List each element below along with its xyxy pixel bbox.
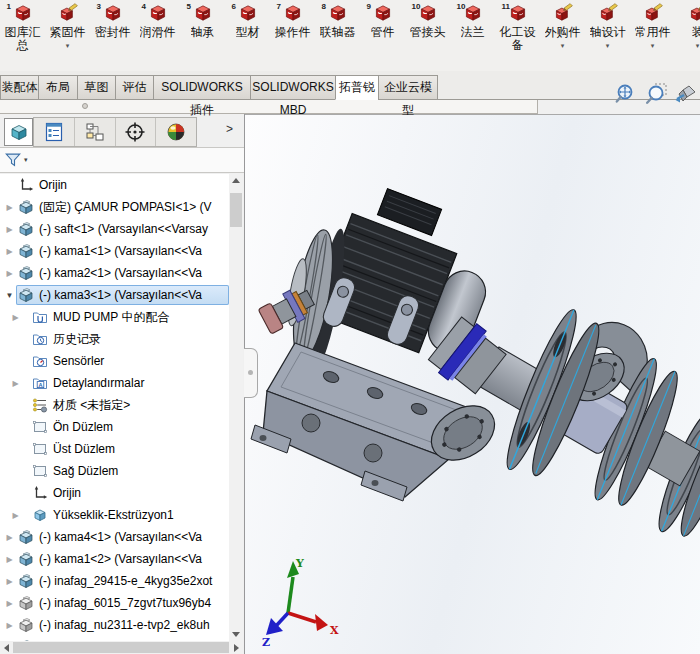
tree-row-kama1-1[interactable]: ▶ (-) kama1<1> (Varsayılan<<Va [0,240,229,262]
display-manager-tab[interactable] [156,118,196,146]
tree-horizontal-scrollbar[interactable] [0,641,243,654]
configuration-manager-icon [84,121,106,143]
sensors-folder-icon [32,353,48,369]
tree-row-camur-pompasi[interactable]: ▶ (固定) ÇAMUR POMPASI<1> (V [0,196,229,218]
expand-arrow-icon[interactable]: ▶ [9,511,22,520]
expand-arrow-icon[interactable]: ▶ [3,555,16,564]
tree-row-material[interactable]: 材质 <未指定> [0,394,229,416]
tab-layout[interactable]: 布局 [38,75,77,100]
expand-arrow-icon[interactable]: ▶ [9,313,22,322]
tree-row-top-plane[interactable]: Üst Düzlem [0,438,229,460]
tree-row-kama2[interactable]: ▶ (-) kama2<1> (Varsayılan<<Va [0,262,229,284]
tree-row-label: Sağ Düzlem [52,464,118,478]
graphics-viewport[interactable]: Y X Z [245,114,700,654]
dropdown-arrow-icon[interactable]: ▾ [66,41,70,50]
configuration-manager-tab[interactable] [75,118,116,146]
tree-row-kama1-2[interactable]: ▶ (-) kama1<2> (Varsayılan<<Va [0,548,229,570]
part-icon [18,243,34,259]
expand-arrow-icon[interactable]: ▶ [3,269,16,278]
expand-arrow-icon[interactable]: ▶ [3,577,16,586]
previous-view-icon[interactable] [674,82,698,106]
tab-solidworks-addins[interactable]: SOLIDWORKS 插件 [153,75,250,100]
tree-row-label: (-) kama2<1> (Varsayılan<<Va [38,266,202,280]
tab-cloud-model[interactable]: 企业云模型 [378,75,438,100]
dropdown-arrow-icon[interactable]: ▾ [606,41,610,50]
feature-manager-tree-tab[interactable] [4,118,33,146]
tab-evaluate[interactable]: 评估 [115,75,153,100]
toolbar-item-label: 管件 [371,26,395,39]
tree-row-mates-folder[interactable]: ▶ MUD PUMP 中的配合 [0,306,229,328]
toolbar-item-label: 外购件 [545,26,581,39]
filter-funnel-icon[interactable] [4,151,22,169]
expand-arrow-icon[interactable]: ▶ [3,533,16,542]
toolbar-item-zhuang[interactable]: 装 ▾ [675,0,700,71]
collapse-arrow-icon[interactable]: ▼ [3,291,16,300]
tree-row-kama4[interactable]: ▶ (-) kama4<1> (Varsayılan<<Va [0,526,229,548]
tree-row-sensors[interactable]: Sensörler [0,350,229,372]
toolbar-item-changyongjian[interactable]: 常用件 ▾ [630,0,675,71]
zoom-to-fit-icon[interactable] [614,82,638,106]
toolbar-item-tuku[interactable]: 1 图库汇总 [0,0,45,71]
material-icon [32,397,48,413]
manager-overflow-chevron[interactable]: > [226,122,233,136]
toolbar-item-label: 型材 [236,26,260,39]
tree-row-kama3-selected[interactable]: ▼ (-) kama3<1> (Varsayılan<<Va [0,284,229,306]
tree-row-child-origin[interactable]: Orijin [0,482,229,504]
toolbar-item-mifengjian[interactable]: 3 密封件 [90,0,135,71]
expand-arrow-icon[interactable]: ▶ [3,621,16,630]
toolbar-item-runhuajian[interactable]: 4 润滑件 [135,0,180,71]
toolbar-item-label: 常用件 [635,26,671,39]
dropdown-arrow-icon[interactable]: ▾ [651,41,655,50]
tree-row-origin[interactable]: Orijin [0,174,229,196]
tree-row-right-plane[interactable]: Sağ Düzlem [0,460,229,482]
toolbar-item-xingcai[interactable]: 6 型材 [225,0,270,71]
tree-row-inafag-6015[interactable]: ▶ (-) inafag_6015_7zgvt7tux96yb4 [0,592,229,614]
tree-row-annotations[interactable]: ▶ Detaylandırmalar [0,372,229,394]
tree-row-label: Üst Düzlem [52,442,115,456]
scroll-up-button[interactable] [229,174,243,187]
horizontal-scroll-thumb[interactable] [13,642,229,653]
dropdown-arrow-icon[interactable]: ▾ [561,41,565,50]
strip-handle-dot[interactable] [82,103,88,109]
tree-row-extrusion[interactable]: ▶ Yükseklik-Ekstrüzyon1 [0,504,229,526]
toolbar-item-zhoucheng[interactable]: 5 轴承 [180,0,225,71]
tree-row-inafag-nu2311[interactable]: ▶ (-) inafag_nu2311-e-tvp2_ek8uh [0,614,229,636]
scroll-down-button[interactable] [229,628,243,641]
expand-arrow-icon[interactable]: ▶ [9,379,22,388]
tree-row-history[interactable]: 历史记录 [0,328,229,350]
toolbar-item-guanjian[interactable]: 9 管件 [360,0,405,71]
tab-topray[interactable]: 拓普锐 [335,75,378,100]
property-manager-tab[interactable] [34,118,75,146]
zoom-to-area-icon[interactable] [644,82,668,106]
toolbar-item-lianzhouqi[interactable]: 8 联轴器 [315,0,360,71]
toolbar-item-zhousheji[interactable]: 轴设计 ▾ [585,0,630,71]
tab-solidworks-mbd[interactable]: SOLIDWORKS MBD [250,75,335,100]
panel-splitter-handle[interactable] [244,348,258,398]
expand-arrow-icon[interactable]: ▶ [3,225,16,234]
toolbar-item-waigoujian[interactable]: 外购件 ▾ [540,0,585,71]
expand-arrow-icon[interactable]: ▶ [3,203,16,212]
tree-row-saft[interactable]: ▶ (-) saft<1> (Varsayılan<<Varsay [0,218,229,240]
tree-row-inafag-29415[interactable]: ▶ (-) inafag_29415-e_4kyg35e2xot [0,570,229,592]
toolbar-item-falan[interactable]: 10 法兰 [450,0,495,71]
tree-row-label: (-) inafag_6015_7zgvt7tux96yb4 [38,596,211,610]
tree-vertical-scrollbar[interactable] [229,174,243,641]
toolbar-item-huagong[interactable]: 11 化工设备 [495,0,540,71]
expand-arrow-icon[interactable]: ▶ [3,247,16,256]
toolbar-item-label: 管接头 [410,26,446,39]
plane-icon [32,441,48,457]
dimxpert-manager-tab[interactable] [116,118,157,146]
toolbar-item-jingujian[interactable]: 紧固件 ▾ [45,0,90,71]
scroll-right-button[interactable] [230,641,243,654]
tab-assembly[interactable]: 装配体 [0,75,38,100]
scroll-left-button[interactable] [0,641,13,654]
filter-dropdown-arrow-icon[interactable]: ▾ [24,156,28,164]
command-manager-tab-bar: 装配体 布局 草图 评估 SOLIDWORKS 插件 SOLIDWORKS MB… [0,71,700,100]
tree-row-front-plane[interactable]: Ön Düzlem [0,416,229,438]
tab-sketch[interactable]: 草图 [77,75,115,100]
toolbar-item-caozuojian[interactable]: 7 操作件 [270,0,315,71]
dropdown-arrow-icon[interactable]: ▾ [696,41,700,50]
expand-arrow-icon[interactable]: ▶ [3,599,16,608]
toolbar-item-guanjietou[interactable]: 10 管接头 [405,0,450,71]
vertical-scroll-thumb[interactable] [230,193,242,227]
